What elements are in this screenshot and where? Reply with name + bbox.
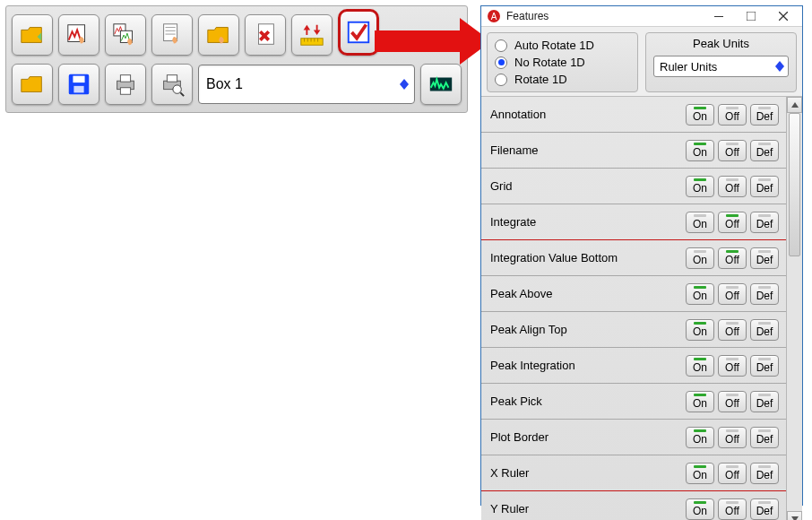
radio-label: No Rotate 1D: [514, 56, 585, 69]
feature-on-button[interactable]: On: [686, 319, 714, 341]
feature-on-button[interactable]: On: [686, 498, 714, 520]
feature-row: X RulerOnOffDef: [481, 455, 786, 490]
scroll-down-button[interactable]: [787, 511, 802, 520]
svg-point-15: [173, 85, 181, 93]
box-combo[interactable]: Box 1: [198, 65, 415, 104]
feature-def-button[interactable]: Def: [750, 319, 779, 341]
feature-label: Y Ruler: [490, 502, 682, 516]
toolbar-ruler-arrows-button[interactable]: [291, 14, 333, 56]
feature-def-button[interactable]: Def: [750, 212, 779, 233]
toolbar-row-2: Box 1: [12, 64, 462, 105]
feature-on-button[interactable]: On: [686, 427, 714, 448]
svg-rect-14: [167, 75, 177, 82]
svg-text:A: A: [491, 12, 497, 22]
feature-off-button[interactable]: Off: [718, 391, 747, 412]
feature-row: Peak PickOnOffDef: [481, 384, 786, 419]
feature-row: Peak Align TopOnOffDef: [481, 312, 786, 347]
folder-hand-icon: [205, 22, 232, 48]
feature-on-button[interactable]: On: [686, 104, 714, 126]
feature-on-button[interactable]: On: [686, 391, 714, 412]
print-icon: [112, 71, 139, 98]
feature-def-button[interactable]: Def: [750, 247, 779, 269]
feature-off-button[interactable]: Off: [718, 104, 747, 126]
indicator-icon: [758, 322, 771, 325]
indicator-icon: [694, 178, 706, 181]
toolbar-features-button[interactable]: [338, 9, 379, 56]
indicator-icon: [758, 250, 771, 253]
toolbar-save-button[interactable]: [58, 64, 99, 105]
feature-off-button[interactable]: Off: [718, 355, 747, 377]
feature-def-button[interactable]: Def: [750, 463, 779, 484]
peak-units-label: Peak Units: [693, 37, 749, 50]
maximize-button[interactable]: [738, 6, 764, 26]
folder-open-icon: [19, 22, 46, 48]
feature-off-button[interactable]: Off: [718, 212, 747, 233]
feature-def-button[interactable]: Def: [750, 176, 779, 197]
scroll-track[interactable]: [787, 113, 802, 511]
vertical-scrollbar[interactable]: [786, 97, 802, 520]
feature-on-button[interactable]: On: [686, 247, 714, 269]
indicator-icon: [726, 501, 739, 504]
feature-row: Peak IntegrationOnOffDef: [481, 348, 786, 383]
feature-on-button[interactable]: On: [686, 463, 714, 484]
feature-def-button[interactable]: Def: [750, 427, 779, 448]
feature-on-button[interactable]: On: [686, 140, 714, 161]
feature-def-button[interactable]: Def: [750, 104, 779, 126]
feature-on-button[interactable]: On: [686, 355, 714, 377]
minimize-button[interactable]: [705, 6, 732, 26]
radio-no-rotate[interactable]: No Rotate 1D: [495, 54, 630, 71]
feature-label: Peak Align Top: [490, 323, 682, 336]
close-button[interactable]: [770, 6, 797, 26]
toolbar-print-button[interactable]: [105, 64, 146, 105]
feature-def-button[interactable]: Def: [750, 283, 779, 305]
indicator-icon: [726, 429, 739, 432]
radio-auto-rotate[interactable]: Auto Rotate 1D: [495, 37, 630, 54]
page-hand-icon: [159, 22, 186, 48]
waveform-icon: [428, 71, 454, 98]
scroll-up-button[interactable]: [787, 97, 802, 113]
toolbar-folder-hand-button[interactable]: [198, 14, 239, 56]
app-icon: A: [487, 9, 501, 23]
feature-on-button[interactable]: On: [686, 283, 714, 305]
toolbar-chart-open-button[interactable]: [58, 14, 99, 56]
indicator-icon: [758, 107, 771, 109]
minimize-icon: [714, 12, 723, 21]
feature-def-button[interactable]: Def: [750, 498, 779, 520]
toolbar-page-hand-button[interactable]: [151, 14, 193, 56]
toolbar-folder-open-button[interactable]: [12, 14, 53, 56]
page-delete-icon: [252, 22, 279, 48]
feature-def-button[interactable]: Def: [750, 355, 779, 377]
feature-row: IntegrateOnOffDef: [481, 204, 786, 239]
close-icon: [779, 12, 788, 21]
radio-rotate[interactable]: Rotate 1D: [495, 71, 630, 88]
feature-def-button[interactable]: Def: [750, 140, 779, 161]
peak-units-combo[interactable]: Ruler Units: [653, 56, 789, 77]
scroll-thumb[interactable]: [789, 113, 800, 256]
radio-icon: [495, 56, 507, 69]
feature-off-button[interactable]: Off: [718, 283, 747, 305]
feature-on-button[interactable]: On: [686, 176, 714, 197]
feature-off-button[interactable]: Off: [718, 319, 747, 341]
toolbar-open-button[interactable]: [12, 64, 53, 105]
spin-arrows-icon: [400, 79, 409, 90]
indicator-icon: [726, 465, 739, 468]
feature-off-button[interactable]: Off: [718, 498, 747, 520]
toolbar-chart-open-dual-button[interactable]: [105, 14, 146, 56]
toolbar-print-preview-button[interactable]: [151, 64, 193, 105]
feature-off-button[interactable]: Off: [718, 140, 747, 161]
feature-off-button[interactable]: Off: [718, 427, 747, 448]
feature-on-button[interactable]: On: [686, 212, 714, 233]
svg-rect-9: [73, 86, 83, 93]
toolbar-page-delete-button[interactable]: [245, 14, 286, 56]
chart-open-icon: [65, 22, 92, 48]
rotate-radio-group: Auto Rotate 1D No Rotate 1D Rotate 1D: [487, 32, 638, 92]
toolbar-waveform-button[interactable]: [420, 64, 462, 105]
checkbox-icon: [345, 19, 372, 46]
indicator-icon: [758, 214, 771, 217]
feature-off-button[interactable]: Off: [718, 176, 747, 197]
indicator-icon: [726, 250, 739, 253]
feature-off-button[interactable]: Off: [718, 247, 747, 269]
feature-def-button[interactable]: Def: [750, 391, 779, 412]
feature-label: X Ruler: [490, 466, 682, 480]
feature-off-button[interactable]: Off: [718, 463, 747, 484]
